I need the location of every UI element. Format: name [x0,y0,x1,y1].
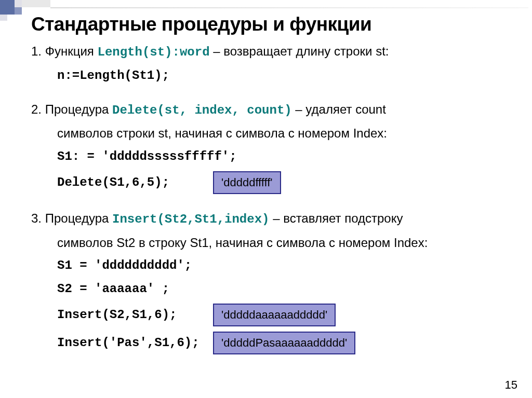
deco-square [15,7,22,15]
item-3-ex1: S1 = 'dddddddddd'; [31,257,504,275]
item-3-tail: – вставляет подстроку [269,211,403,225]
deco-square [0,0,15,15]
slide-title: Стандартные процедуры и функции [31,13,504,35]
item-2-ex1: S1: = 'dddddsssssfffff'; [31,148,504,166]
item-2-cont: символов строки st, начиная с символа с … [31,125,504,143]
item-3-ex3: Insert(S2,S1,6); [57,306,213,324]
deco-square [0,15,7,21]
page-number: 15 [505,378,517,392]
item-2-ex2: Delete(S1,6,5); [57,174,213,192]
item-2-tail: – удаляет count [292,102,386,116]
item-3-line: 3. Процедура Insert(St2,St1,index) – вст… [31,210,504,229]
item-3-code: Insert(St2,St1,index) [112,212,269,226]
item-1-tail: – возвращает длину строки st: [210,44,389,58]
deco-square [22,0,50,7]
deco-line [50,7,528,8]
item-1-line: 1. Функция Length(st):word – возвращает … [31,43,504,62]
item-3-result-box-1: 'dddddaaaaaaddddd' [213,304,336,326]
item-2-lead: 2. Процедура [31,102,112,116]
deco-square [15,0,22,7]
item-3-cont: символов St2 в строку St1, начиная с сим… [31,234,504,252]
item-1-lead: 1. Функция [31,44,98,58]
item-3-lead: 3. Процедура [31,211,112,225]
item-3-result-box-2: 'dddddPasaaaaaaddddd' [213,332,355,354]
item-2-result-box: 'dddddfffff' [213,171,281,194]
item-3-ex4: Insert('Pas',S1,6); [57,334,213,352]
item-2-line: 2. Процедура Delete(st, index, count) – … [31,101,504,120]
item-3-ex2: S2 = 'aaaaaa' ; [31,280,504,298]
item-2-code: Delete(st, index, count) [112,103,292,117]
item-1-example: n:=Length(St1); [31,67,504,85]
item-1-code: Length(st):word [98,45,210,59]
